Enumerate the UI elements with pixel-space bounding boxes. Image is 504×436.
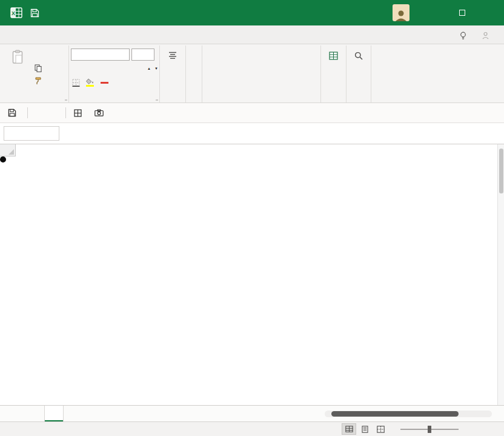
number-button[interactable] bbox=[188, 47, 200, 59]
fill-handle[interactable] bbox=[0, 156, 3, 159]
share-button[interactable] bbox=[477, 32, 498, 39]
ribbon: ▲ ▼ bbox=[0, 44, 504, 103]
horizontal-scroll-thumb[interactable] bbox=[331, 411, 459, 417]
grid-tool-icon bbox=[74, 109, 82, 117]
clipboard-dialog-launcher[interactable] bbox=[65, 99, 67, 101]
group-styles bbox=[202, 45, 321, 102]
annotation-circle bbox=[0, 156, 6, 163]
sheet-tab-bar bbox=[0, 405, 504, 421]
quick-access-toolbar bbox=[0, 103, 504, 123]
group-editing bbox=[346, 45, 371, 102]
vertical-scrollbar[interactable] bbox=[497, 144, 504, 405]
other-button[interactable] bbox=[70, 106, 89, 120]
fill-color-bar bbox=[86, 85, 94, 87]
clipboard-small-tools bbox=[32, 47, 44, 100]
font-group-label bbox=[71, 89, 158, 91]
horizontal-scrollbar[interactable] bbox=[317, 411, 499, 417]
select-all-corner[interactable] bbox=[0, 144, 16, 156]
font-dialog-launcher[interactable] bbox=[156, 99, 158, 101]
copy-icon bbox=[35, 64, 42, 72]
titlebar-save-icon[interactable] bbox=[25, 4, 44, 22]
group-number bbox=[186, 45, 202, 102]
titlebar: X bbox=[0, 0, 504, 25]
borders-icon bbox=[72, 79, 80, 87]
font-color-bar bbox=[101, 82, 108, 84]
qat-separator bbox=[27, 107, 28, 118]
font-color-button[interactable] bbox=[99, 81, 110, 84]
help-assistant-button[interactable] bbox=[454, 32, 475, 40]
camera-button[interactable] bbox=[90, 106, 111, 119]
group-clipboard bbox=[1, 45, 69, 102]
increase-font-arrow-icon: ▲ bbox=[147, 67, 151, 70]
excel-logo-icon[interactable]: X bbox=[7, 4, 25, 22]
font-content: ▲ ▼ bbox=[71, 47, 158, 89]
font-family-select[interactable] bbox=[71, 49, 130, 61]
ribbon-spacer bbox=[371, 45, 503, 102]
save-icon bbox=[8, 109, 16, 117]
magnifier-icon bbox=[354, 52, 363, 60]
name-box[interactable] bbox=[4, 126, 59, 141]
fill-color-button[interactable] bbox=[85, 79, 96, 87]
font-color-icon bbox=[99, 81, 109, 84]
format-painter-button[interactable] bbox=[35, 76, 43, 86]
sheet-tab-list1[interactable] bbox=[44, 406, 64, 421]
clipboard-content bbox=[3, 47, 67, 100]
editing-button[interactable] bbox=[348, 47, 369, 67]
lightbulb-icon bbox=[459, 32, 467, 40]
page-break-view-button[interactable] bbox=[373, 423, 388, 435]
clipboard-group-label bbox=[3, 100, 67, 102]
group-font: ▲ ▼ bbox=[69, 45, 160, 102]
zoom-slider[interactable] bbox=[400, 425, 459, 434]
font-color-buttons bbox=[71, 76, 158, 89]
cells-button[interactable] bbox=[323, 47, 344, 67]
minimize-button[interactable] bbox=[420, 0, 448, 25]
selection-box bbox=[0, 156, 2, 159]
maximize-icon bbox=[459, 10, 465, 16]
group-cells bbox=[321, 45, 346, 102]
spreadsheet-grid bbox=[0, 144, 504, 405]
font-size-select[interactable] bbox=[131, 49, 154, 61]
excel-window: X bbox=[0, 0, 504, 436]
column-header-row bbox=[0, 144, 504, 156]
format-painter-icon bbox=[35, 77, 42, 85]
maximize-button[interactable] bbox=[448, 0, 476, 25]
save-button[interactable] bbox=[4, 106, 24, 120]
status-bar bbox=[0, 421, 504, 436]
fill-color-icon bbox=[85, 79, 94, 87]
cells-icon bbox=[329, 52, 338, 60]
decrease-font-arrow-icon: ▼ bbox=[154, 67, 158, 70]
share-person-icon bbox=[482, 32, 490, 39]
svg-text:X: X bbox=[12, 10, 15, 16]
qat-separator-2 bbox=[65, 107, 66, 118]
copy-button[interactable] bbox=[35, 63, 43, 73]
alignment-icon bbox=[168, 52, 177, 59]
ribbon-tab-row bbox=[0, 25, 504, 44]
normal-view-icon bbox=[345, 426, 353, 432]
paste-button[interactable] bbox=[3, 47, 32, 100]
vertical-scroll-thumb[interactable] bbox=[499, 149, 503, 193]
cut-button[interactable] bbox=[35, 50, 43, 60]
page-break-view-icon bbox=[377, 426, 385, 433]
tabrow-right bbox=[454, 27, 502, 44]
alignment-button[interactable] bbox=[162, 47, 184, 66]
normal-view-button[interactable] bbox=[342, 423, 356, 435]
avatar[interactable] bbox=[393, 4, 409, 21]
zoom-slider-thumb[interactable] bbox=[428, 426, 431, 433]
styles-group-label bbox=[204, 49, 319, 52]
borders-button[interactable] bbox=[72, 79, 81, 87]
undo-button[interactable] bbox=[31, 110, 46, 116]
camera-icon bbox=[94, 109, 104, 116]
font-style-buttons: ▲ ▼ bbox=[71, 62, 158, 75]
page-layout-view-button[interactable] bbox=[357, 423, 372, 435]
redo-button[interactable] bbox=[47, 110, 62, 116]
formula-bar bbox=[0, 123, 504, 144]
group-alignment bbox=[160, 45, 186, 102]
font-combos bbox=[71, 49, 158, 61]
page-layout-view-icon bbox=[361, 426, 369, 433]
clipboard-icon bbox=[12, 50, 24, 64]
close-button[interactable] bbox=[476, 0, 504, 25]
horizontal-scroll-track[interactable] bbox=[325, 411, 492, 417]
